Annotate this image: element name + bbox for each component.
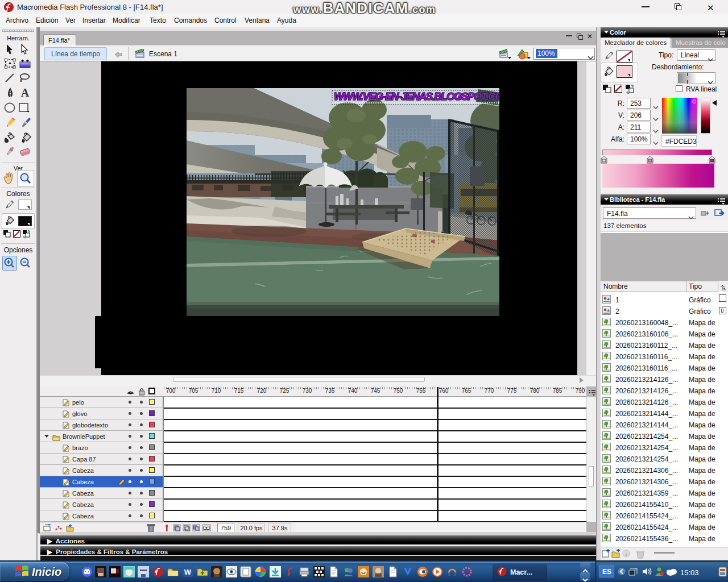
svg-text:A: A bbox=[21, 88, 30, 98]
svg-text:WWW.VEG-EN-JENAS.BLOGSPOT.COM: WWW.VEG-EN-JENAS.BLOGSPOT.COM bbox=[334, 90, 499, 102]
svg-text:W: W bbox=[184, 568, 192, 576]
